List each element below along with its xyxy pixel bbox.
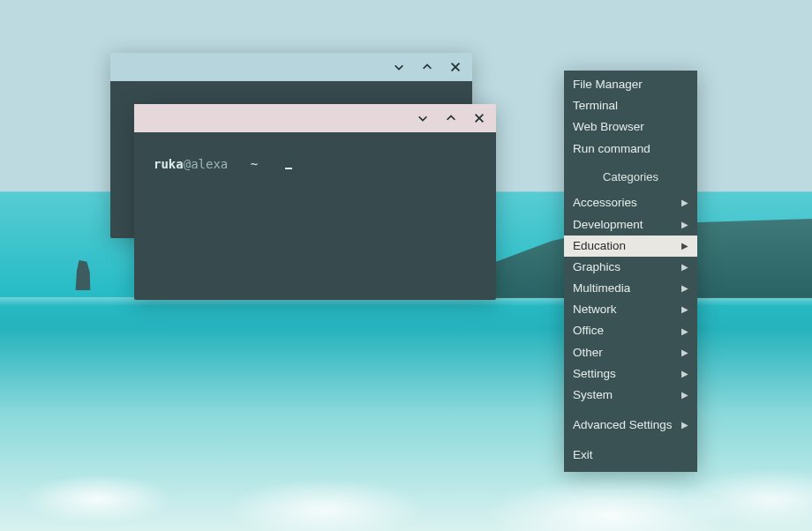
submenu-arrow-icon: ▶ — [681, 283, 688, 294]
chevron-down-icon — [417, 112, 429, 124]
submenu-arrow-icon: ▶ — [681, 369, 688, 379]
chevron-up-icon — [445, 112, 457, 124]
menu-item-development[interactable]: Development ▶ — [564, 214, 697, 236]
menu-item-run-command[interactable]: Run command — [564, 138, 697, 160]
menu-item-settings[interactable]: Settings ▶ — [564, 363, 697, 385]
prompt-cursor — [285, 168, 292, 169]
menu-item-advanced-settings[interactable]: Advanced Settings ▶ — [564, 415, 697, 436]
menu-item-accessories[interactable]: Accessories ▶ — [564, 192, 697, 213]
submenu-arrow-icon: ▶ — [681, 348, 688, 358]
close-button[interactable] — [447, 59, 463, 75]
menu-item-label: Other — [573, 346, 603, 360]
minimize-button[interactable] — [391, 59, 407, 75]
menu-item-graphics[interactable]: Graphics ▶ — [564, 257, 697, 278]
submenu-arrow-icon: ▶ — [681, 326, 688, 337]
menu-item-web-browser[interactable]: Web Browser — [564, 116, 697, 138]
menu-heading-label: Categories — [603, 170, 658, 184]
menu-item-file-manager[interactable]: File Manager — [564, 74, 697, 95]
close-icon — [449, 61, 462, 73]
menu-item-label: Run command — [573, 142, 650, 156]
menu-item-other[interactable]: Other ▶ — [564, 342, 697, 363]
menu-item-label: Office — [573, 324, 604, 338]
menu-item-label: Multimedia — [573, 281, 630, 295]
submenu-arrow-icon: ▶ — [681, 198, 688, 208]
menu-item-label: Web Browser — [573, 120, 644, 134]
maximize-button[interactable] — [419, 59, 435, 75]
menu-item-label: Development — [573, 218, 643, 232]
submenu-arrow-icon: ▶ — [681, 304, 688, 315]
menu-item-multimedia[interactable]: Multimedia ▶ — [564, 278, 697, 299]
menu-item-label: Exit — [573, 448, 593, 462]
chevron-down-icon — [393, 61, 405, 73]
prompt-host: alexa — [191, 157, 228, 171]
menu-item-label: File Manager — [573, 78, 643, 92]
submenu-arrow-icon: ▶ — [681, 262, 688, 273]
menu-item-terminal[interactable]: Terminal — [564, 95, 697, 116]
menu-item-label: System — [573, 388, 613, 402]
menu-item-office[interactable]: Office ▶ — [564, 320, 697, 341]
menu-heading-categories: Categories — [564, 160, 697, 193]
menu-item-label: Accessories — [573, 196, 637, 210]
prompt-user: ruka — [154, 157, 184, 171]
menu-item-label: Advanced Settings — [573, 418, 673, 432]
menu-item-education[interactable]: Education ▶ — [564, 236, 697, 257]
chevron-up-icon — [421, 61, 433, 73]
menu-item-exit[interactable]: Exit — [564, 445, 697, 466]
prompt-space — [266, 157, 273, 171]
submenu-arrow-icon: ▶ — [681, 220, 688, 230]
minimize-button[interactable] — [415, 110, 431, 126]
maximize-button[interactable] — [443, 110, 459, 126]
menu-item-label: Terminal — [573, 99, 618, 113]
menu-item-label: Settings — [573, 367, 616, 381]
close-button[interactable] — [471, 110, 487, 126]
application-menu: File Manager Terminal Web Browser Run co… — [564, 71, 697, 472]
menu-item-label: Graphics — [573, 260, 620, 274]
menu-item-label: Network — [573, 303, 617, 317]
prompt-path: ~ — [251, 157, 258, 171]
submenu-arrow-icon: ▶ — [681, 241, 688, 251]
prompt-space — [236, 157, 243, 171]
close-icon — [473, 112, 485, 124]
menu-item-system[interactable]: System ▶ — [564, 385, 697, 406]
terminal-window[interactable]: ruka@alexa ~ — [134, 104, 496, 300]
titlebar[interactable] — [110, 53, 472, 81]
submenu-arrow-icon: ▶ — [681, 390, 688, 400]
submenu-arrow-icon: ▶ — [681, 420, 688, 430]
prompt-at: @ — [184, 157, 191, 171]
terminal-body[interactable]: ruka@alexa ~ — [134, 132, 496, 196]
menu-item-network[interactable]: Network ▶ — [564, 299, 697, 320]
titlebar[interactable] — [134, 104, 496, 132]
menu-item-label: Education — [573, 239, 626, 253]
